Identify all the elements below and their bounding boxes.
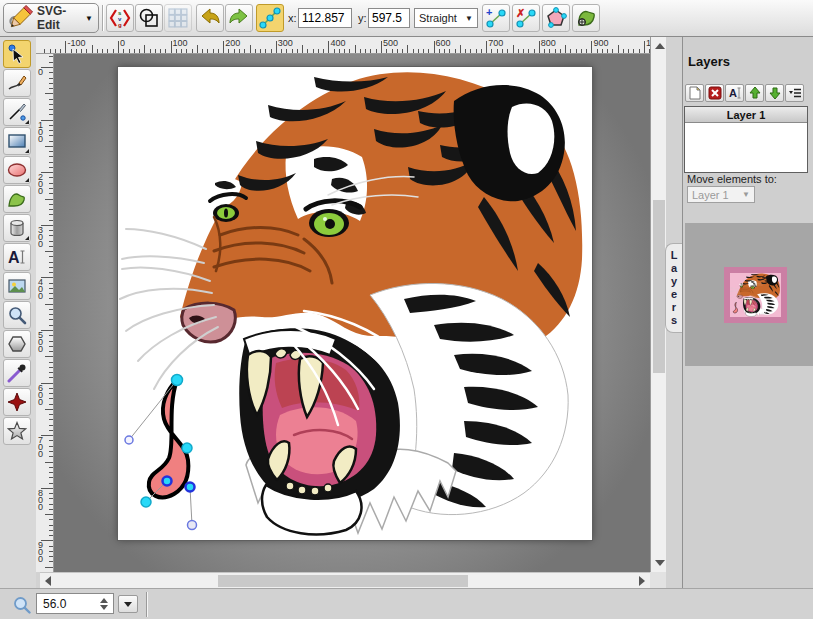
x-coordinate-input[interactable] (298, 8, 352, 28)
path-edit-overlay[interactable] (118, 67, 592, 540)
ruler-tick (218, 49, 219, 53)
rename-layer-button[interactable]: A (725, 84, 744, 102)
layers-panel-toggle-tab[interactable]: L a y e r s (665, 243, 682, 333)
scroll-down-arrow[interactable] (655, 560, 665, 566)
ruler-label: 0 (120, 38, 125, 48)
path-node-selected[interactable] (163, 477, 172, 486)
workspace[interactable] (54, 54, 650, 572)
control-point-handle[interactable] (188, 521, 197, 530)
move-layer-up-button[interactable] (745, 84, 764, 102)
image-tool-button[interactable] (3, 272, 31, 300)
select-tool-icon (7, 44, 27, 64)
grid-button[interactable] (164, 4, 192, 32)
artwork-thumbnail[interactable] (724, 267, 787, 323)
ruler-tick (497, 49, 498, 53)
ruler-tick (502, 49, 503, 53)
ellipse-tool-button[interactable] (3, 156, 31, 184)
scroll-left-arrow[interactable] (45, 576, 51, 586)
new-layer-button[interactable] (685, 84, 704, 102)
line-tool-button[interactable] (3, 98, 31, 126)
ruler-tick (49, 241, 53, 242)
control-point-handle[interactable] (125, 436, 133, 444)
horizontal-scroll-thumb[interactable] (218, 575, 468, 587)
node-edit-mode-button[interactable] (256, 4, 284, 32)
ruler-tick (49, 283, 53, 284)
path-node[interactable] (141, 497, 151, 507)
vertical-scroll-thumb[interactable] (653, 200, 665, 373)
select-tool-button[interactable] (3, 40, 31, 68)
undo-button[interactable] (196, 4, 224, 32)
move-elements-select[interactable]: Layer 1 ▼ (687, 186, 755, 203)
ruler-tick (470, 49, 471, 53)
path-node[interactable] (172, 375, 183, 386)
ruler-tick (49, 62, 53, 63)
open-close-path-button[interactable] (542, 4, 570, 32)
delete-layer-button[interactable] (705, 84, 724, 102)
zoom-presets-dropdown[interactable] (118, 595, 138, 613)
ruler-tick (45, 93, 53, 94)
ruler-tick (49, 319, 53, 320)
path-tool-button[interactable] (3, 185, 31, 213)
ruler-tick (49, 341, 53, 342)
add-subpath-button[interactable] (572, 4, 600, 32)
text-tool-button[interactable]: A (3, 243, 31, 271)
ruler-tick (50, 49, 51, 53)
zoom-spinner[interactable] (98, 596, 110, 612)
ruler-tick (134, 49, 135, 53)
ruler-tick (239, 49, 240, 53)
y-coordinate-input[interactable] (368, 8, 410, 28)
layer-down-icon (768, 86, 782, 100)
redo-button[interactable] (225, 4, 253, 32)
spinner-up-icon[interactable] (100, 598, 108, 603)
scroll-up-arrow[interactable] (655, 43, 665, 49)
path-node[interactable] (182, 443, 192, 453)
spinner-down-icon[interactable] (100, 605, 108, 610)
move-layer-down-button[interactable] (765, 84, 784, 102)
ruler-tick (481, 49, 482, 53)
rectangle-tool-button[interactable] (3, 127, 31, 155)
flyout-arrow-icon (25, 236, 29, 240)
ruler-tick (581, 49, 582, 53)
segment-type-select[interactable]: Straight ▼ (414, 8, 478, 28)
ruler-tick (49, 83, 53, 84)
source-code-button[interactable]: s v g (106, 4, 134, 32)
layer-options-button[interactable] (785, 84, 804, 102)
add-node-button[interactable]: + (482, 4, 510, 32)
main-toolbar: SVG-Edit ▼ s v g (0, 0, 813, 37)
pencil-tool-button[interactable] (3, 69, 31, 97)
zoom-level-input[interactable]: 56.0 (36, 593, 114, 614)
ruler-tick (45, 409, 53, 410)
polygon-tool-button[interactable] (3, 330, 31, 358)
main-menu-button[interactable]: SVG-Edit ▼ (3, 3, 99, 33)
shape-tool-button[interactable] (3, 388, 31, 416)
scrollbar-corner (650, 572, 666, 588)
wireframe-button[interactable] (135, 4, 163, 32)
ruler-label: 800 (541, 38, 556, 48)
layer-row-layer1[interactable]: Layer 1 (685, 107, 807, 123)
ruler-tick (528, 49, 529, 53)
svg-canvas[interactable] (118, 67, 592, 540)
ruler-tick (49, 235, 53, 236)
ruler-tick (413, 49, 414, 53)
ruler-tick (449, 49, 450, 53)
ruler-tick (618, 45, 619, 53)
vertical-ruler: 01 0 02 0 03 0 04 0 05 0 06 0 07 0 08 0 … (36, 54, 54, 572)
delete-node-button[interactable]: ✗ (512, 4, 540, 32)
ruler-tick (244, 49, 245, 53)
path-node-selected[interactable] (186, 483, 195, 492)
eyedropper-tool-button[interactable] (3, 359, 31, 387)
scroll-right-arrow[interactable] (639, 576, 645, 586)
star-tool-button[interactable] (3, 417, 31, 445)
zoom-tool-button[interactable] (3, 301, 31, 329)
zoom-status-icon (13, 596, 31, 614)
vertical-scrollbar[interactable] (650, 37, 666, 572)
ruler-tick (49, 472, 53, 473)
ruler-tick (45, 251, 53, 252)
ruler-label: -100 (67, 38, 85, 48)
ruler-tick (49, 467, 53, 468)
ruler-label: 3 0 0 (38, 227, 43, 248)
ruler-tick (49, 498, 53, 499)
layer-list-body[interactable] (685, 123, 807, 172)
shape-library-button[interactable] (3, 214, 31, 242)
horizontal-scrollbar[interactable] (40, 572, 650, 588)
